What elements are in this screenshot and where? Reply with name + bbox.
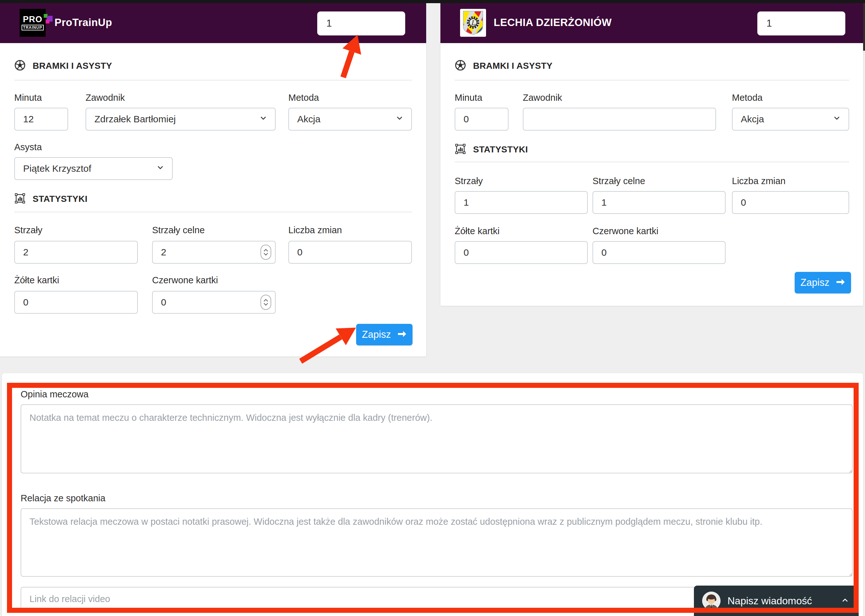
- left-liczba-zmian-field: [288, 241, 412, 264]
- protrainup-logo: PRO TRAINUP: [20, 9, 46, 37]
- left-strzaly-field: [14, 241, 138, 264]
- left-zawodnik-value: Zdrzałek Bartłomiej: [94, 114, 176, 124]
- right-strzaly-label: Strzały: [455, 176, 483, 186]
- divider: [455, 162, 849, 162]
- left-stats-section-title: STATYSTYKI: [33, 194, 88, 204]
- left-liczba-zmian-label: Liczba zmian: [288, 225, 342, 236]
- chat-widget-label: Napisz wiadomość: [727, 595, 834, 607]
- right-minuta-input[interactable]: [455, 108, 509, 130]
- left-zawodnik-select[interactable]: Zdrzałek Bartłomiej: [86, 108, 276, 130]
- right-zawodnik-input[interactable]: [523, 108, 716, 130]
- chevron-down-icon: [833, 114, 841, 124]
- divider: [14, 212, 412, 212]
- divider: [14, 80, 412, 80]
- left-save-button[interactable]: Zapisz: [356, 324, 413, 346]
- right-metoda-select[interactable]: Akcja: [732, 108, 849, 130]
- avatar: [702, 592, 721, 610]
- right-liczba-zmian-field: [732, 191, 849, 214]
- right-minuta-label: Minuta: [455, 93, 482, 103]
- logo-square-magenta: [46, 20, 49, 24]
- right-strzaly-celne-field: [592, 191, 725, 214]
- chevron-down-icon: [259, 114, 267, 124]
- page: PRO TRAINUP ProTrainUp BRAMKI I ASYSTY M…: [0, 0, 865, 616]
- opinia-meczowa-label: Opinia meczowa: [20, 389, 88, 399]
- right-minuta-field: [455, 108, 509, 130]
- scrollbar-thumb[interactable]: [863, 3, 865, 51]
- left-goals-section-title: BRAMKI I ASYSTY: [33, 61, 112, 71]
- number-stepper[interactable]: [261, 245, 271, 260]
- arrow-right-icon: [836, 277, 845, 288]
- left-asysta-value: Piątek Krzysztof: [23, 163, 91, 174]
- left-team-panel: PRO TRAINUP ProTrainUp BRAMKI I ASYSTY M…: [0, 3, 426, 357]
- right-save-button[interactable]: Zapisz: [795, 272, 851, 294]
- divider: [455, 80, 849, 80]
- left-minuta-input[interactable]: [14, 108, 68, 130]
- right-strzaly-celne-input[interactable]: [592, 191, 725, 214]
- svg-text:L: L: [471, 19, 475, 27]
- arrow-right-icon: [397, 329, 407, 340]
- left-strzaly-label: Strzały: [14, 225, 42, 236]
- left-zawodnik-label: Zawodnik: [86, 93, 125, 103]
- left-czerwone-kartki-label: Czerwone kartki: [152, 275, 218, 286]
- right-team-score-input[interactable]: [757, 11, 845, 36]
- stats-chart-icon: [455, 143, 466, 156]
- lechia-club-crest: L: [460, 9, 486, 37]
- soccer-ball-icon: [14, 60, 26, 72]
- left-metoda-label: Metoda: [288, 93, 319, 103]
- left-zolte-kartki-input[interactable]: [14, 291, 138, 314]
- left-minuta-label: Minuta: [14, 93, 42, 103]
- number-stepper[interactable]: [261, 295, 271, 310]
- relacja-ze-spotkania-textarea[interactable]: [20, 508, 852, 577]
- left-stats-section-header: STATYSTYKI: [14, 193, 88, 205]
- left-strzaly-celne-field: [152, 241, 276, 264]
- save-button-label: Zapisz: [362, 329, 391, 340]
- right-czerwone-kartki-input[interactable]: [592, 241, 725, 264]
- chat-widget[interactable]: Napisz wiadomość: [694, 586, 859, 616]
- chevron-down-icon: [156, 163, 165, 174]
- right-zolte-kartki-field: [455, 241, 588, 264]
- left-minuta-field: [14, 108, 68, 130]
- soccer-ball-icon: [455, 60, 466, 72]
- right-stats-section-title: STATYSTYKI: [473, 145, 528, 155]
- right-team-name: LECHIA DZIERŻONIÓW: [494, 16, 612, 28]
- left-liczba-zmian-input[interactable]: [288, 241, 412, 264]
- chevron-up-icon: [841, 596, 849, 605]
- right-metoda-label: Metoda: [732, 93, 763, 103]
- right-zolte-kartki-label: Żółte kartki: [455, 226, 500, 236]
- left-czerwone-kartki-input[interactable]: [152, 291, 276, 314]
- left-strzaly-celne-input[interactable]: [152, 241, 276, 264]
- right-strzaly-input[interactable]: [455, 191, 588, 214]
- right-zolte-kartki-input[interactable]: [455, 241, 588, 264]
- right-liczba-zmian-label: Liczba zmian: [732, 176, 785, 186]
- right-goals-section-header: BRAMKI I ASYSTY: [455, 60, 553, 72]
- window-top-bar: [0, 0, 865, 3]
- right-strzaly-field: [455, 191, 588, 214]
- left-team-header: PRO TRAINUP ProTrainUp: [0, 3, 426, 43]
- left-team-name: ProTrainUp: [55, 16, 112, 28]
- left-asysta-select[interactable]: Piątek Krzysztof: [14, 157, 173, 180]
- left-metoda-select[interactable]: Akcja: [288, 108, 412, 130]
- right-zawodnik-label: Zawodnik: [523, 93, 562, 103]
- stats-chart-icon: [14, 193, 26, 205]
- right-metoda-value: Akcja: [741, 114, 764, 124]
- right-stats-section-header: STATYSTYKI: [455, 143, 528, 156]
- chevron-down-icon: [396, 114, 403, 124]
- opinia-meczowa-textarea[interactable]: [20, 404, 852, 473]
- right-team-panel: L LECHIA DZIERŻONIÓW BRAMKI I ASYSTY Min…: [440, 3, 863, 306]
- right-zawodnik-field: [523, 108, 716, 130]
- left-goals-section-header: BRAMKI I ASYSTY: [14, 60, 112, 72]
- left-strzaly-input[interactable]: [14, 241, 138, 264]
- save-button-label: Zapisz: [801, 277, 829, 288]
- left-asysta-label: Asysta: [14, 142, 42, 152]
- left-czerwone-kartki-field: [152, 291, 276, 314]
- left-team-score-input[interactable]: [317, 11, 405, 36]
- left-metoda-value: Akcja: [297, 114, 320, 124]
- right-goals-section-title: BRAMKI I ASYSTY: [473, 61, 553, 71]
- right-czerwone-kartki-label: Czerwone kartki: [592, 226, 658, 236]
- relacja-ze-spotkania-label: Relacja ze spotkania: [20, 493, 105, 503]
- left-zolte-kartki-label: Żółte kartki: [14, 275, 59, 286]
- right-liczba-zmian-input[interactable]: [732, 191, 849, 214]
- right-team-header: L LECHIA DZIERŻONIÓW: [440, 3, 863, 43]
- right-czerwone-kartki-field: [592, 241, 725, 264]
- left-zolte-kartki-field: [14, 291, 138, 314]
